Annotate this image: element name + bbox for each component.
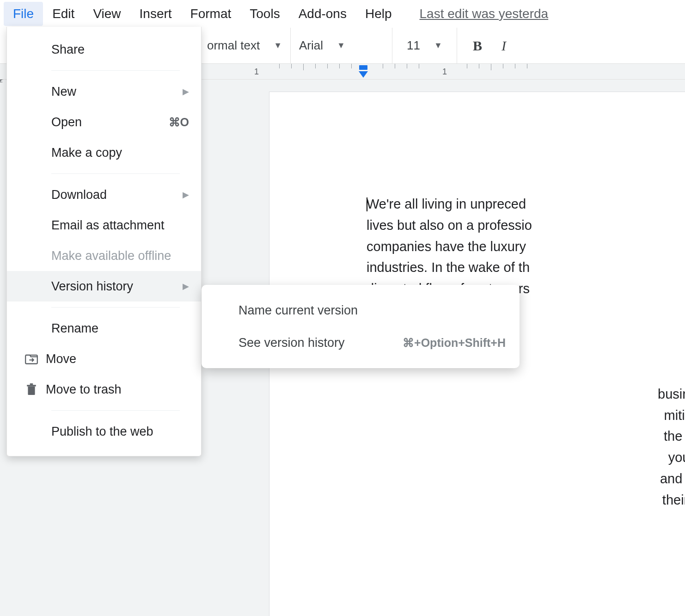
- chevron-right-icon: ▶: [183, 86, 189, 97]
- menu-format[interactable]: Format: [181, 2, 241, 26]
- paragraph-style-dropdown[interactable]: ormal text ▼: [199, 28, 291, 63]
- chevron-right-icon: ▶: [183, 190, 189, 200]
- menu-view[interactable]: View: [84, 2, 130, 26]
- bold-button[interactable]: B: [465, 38, 489, 54]
- chevron-down-icon: ▼: [434, 41, 442, 50]
- version-history-submenu: Name current version See version history…: [202, 285, 520, 368]
- submenu-shortcut: ⌘+Option+Shift+H: [403, 336, 506, 350]
- menu-separator: [51, 307, 180, 308]
- menu-new[interactable]: New ▶: [7, 76, 201, 107]
- menu-addons[interactable]: Add-ons: [289, 2, 356, 26]
- document-paragraph[interactable]: We're all living in unpreced lives but a…: [367, 194, 685, 300]
- submenu-name-current-version[interactable]: Name current version: [202, 294, 520, 326]
- menu-version-history[interactable]: Version history ▶: [7, 271, 201, 302]
- ruler-mark: 1: [254, 67, 259, 77]
- menu-help[interactable]: Help: [356, 2, 401, 26]
- menu-move-to-trash[interactable]: Move to trash: [7, 374, 201, 405]
- menu-move[interactable]: Move: [7, 344, 201, 374]
- svg-rect-3: [30, 383, 33, 385]
- trash-icon: [24, 383, 38, 395]
- submenu-see-version-history[interactable]: See version history ⌘+Option+Shift+H: [202, 326, 520, 359]
- indent-marker-top[interactable]: [359, 65, 367, 70]
- last-edit-link[interactable]: Last edit was yesterda: [420, 6, 549, 21]
- font-family-value: Arial: [299, 38, 323, 53]
- font-size-value: 11: [407, 38, 420, 53]
- menu-download[interactable]: Download ▶: [7, 179, 201, 210]
- chevron-down-icon: ▼: [274, 41, 282, 50]
- menu-open[interactable]: Open ⌘O: [7, 107, 201, 137]
- chevron-down-icon: ▼: [337, 41, 345, 50]
- folder-move-icon: [24, 353, 38, 364]
- menu-make-copy[interactable]: Make a copy: [7, 137, 201, 168]
- menu-publish-web[interactable]: Publish to the web: [7, 416, 201, 447]
- menu-separator: [51, 410, 180, 411]
- menu-file[interactable]: File: [4, 2, 43, 26]
- menubar: File Edit View Insert Format Tools Add-o…: [0, 0, 685, 28]
- file-menu-dropdown: Share New ▶ Open ⌘O Make a copy Download…: [6, 27, 202, 456]
- svg-rect-2: [27, 385, 36, 386]
- menu-separator: [51, 173, 180, 174]
- menu-email-attachment[interactable]: Email as attachment: [7, 210, 201, 240]
- menu-edit[interactable]: Edit: [43, 2, 84, 26]
- menu-shortcut: ⌘O: [169, 116, 189, 129]
- ruler-mark: 1: [442, 67, 447, 77]
- menu-share[interactable]: Share: [7, 34, 201, 65]
- menu-insert[interactable]: Insert: [130, 2, 181, 26]
- italic-button[interactable]: I: [494, 38, 514, 54]
- menu-separator: [51, 70, 180, 71]
- menu-tools[interactable]: Tools: [240, 2, 289, 26]
- font-family-dropdown[interactable]: Arial ▼: [291, 28, 392, 63]
- menu-make-offline: Make available offline: [7, 240, 201, 271]
- chevron-right-icon: ▶: [183, 281, 189, 291]
- menu-rename[interactable]: Rename: [7, 313, 201, 344]
- text-format-group: B I: [457, 28, 522, 63]
- paragraph-style-value: ormal text: [207, 38, 260, 53]
- indent-marker[interactable]: [359, 71, 368, 78]
- font-size-dropdown[interactable]: 11 ▼: [392, 28, 457, 63]
- svg-rect-1: [28, 387, 35, 395]
